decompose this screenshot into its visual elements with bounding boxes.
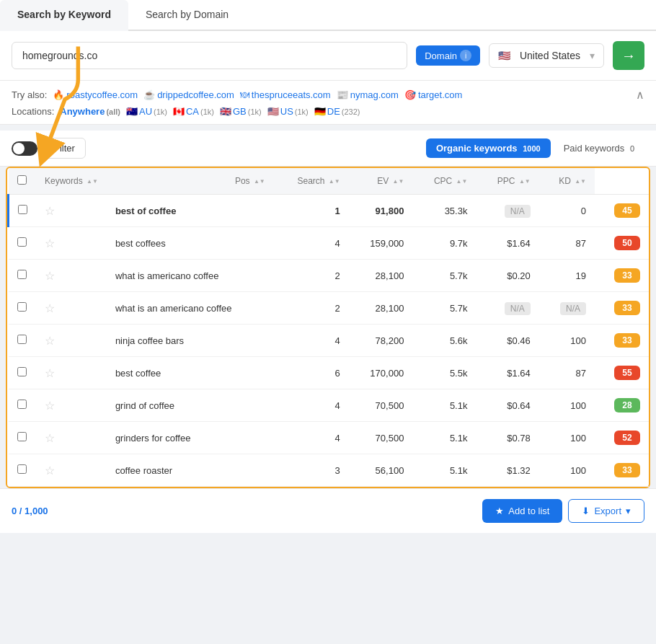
row-pos: 2 bbox=[274, 260, 349, 292]
try-link-nymag[interactable]: 📰 nymag.com bbox=[337, 89, 399, 100]
row-checkbox-cell[interactable] bbox=[9, 195, 37, 227]
row-star[interactable]: ☆ bbox=[36, 260, 107, 292]
row-cpc: $0.46 bbox=[476, 325, 538, 357]
row-ppc: N/A bbox=[539, 292, 595, 325]
kd-badge: 55 bbox=[614, 366, 640, 380]
row-checkbox[interactable] bbox=[17, 335, 27, 344]
row-pos: 3 bbox=[274, 454, 349, 487]
row-star[interactable]: ☆ bbox=[36, 357, 107, 389]
row-ppc: 100 bbox=[539, 454, 595, 487]
row-pos: 4 bbox=[274, 227, 349, 260]
row-cpc: $1.64 bbox=[476, 357, 538, 389]
row-search: 170,000 bbox=[349, 357, 413, 389]
main-container: Search by Keyword Search by Domain Domai… bbox=[0, 0, 656, 644]
row-checkbox[interactable] bbox=[17, 270, 27, 279]
table-body: ☆best of coffee191,80035.3kN/A045☆best c… bbox=[9, 195, 650, 487]
row-kd: 50 bbox=[595, 227, 649, 260]
search-input[interactable] bbox=[12, 42, 407, 69]
row-checkbox-cell[interactable] bbox=[9, 292, 37, 325]
row-kd: 45 bbox=[595, 195, 649, 227]
th-search[interactable]: Search ▲▼ bbox=[274, 168, 349, 195]
row-checkbox[interactable] bbox=[17, 367, 27, 376]
row-kd: 55 bbox=[595, 357, 649, 389]
filter-button[interactable]: Filter bbox=[43, 138, 86, 159]
sort-arrows-ev: ▲▼ bbox=[393, 179, 404, 185]
row-checkbox[interactable] bbox=[17, 432, 27, 441]
row-ev: 5.1k bbox=[412, 389, 476, 422]
row-pos: 1 bbox=[274, 195, 349, 227]
row-search: 159,000 bbox=[349, 227, 413, 260]
row-star[interactable]: ☆ bbox=[36, 454, 107, 487]
row-ev: 5.7k bbox=[412, 260, 476, 292]
sort-arrows-cpc: ▲▼ bbox=[456, 179, 468, 185]
keyword-table: Keywords ▲▼ Pos ▲▼ Search ▲▼ EV ▲▼ bbox=[7, 168, 649, 487]
row-star[interactable]: ☆ bbox=[36, 195, 107, 227]
filter-toggle[interactable] bbox=[12, 141, 37, 156]
row-checkbox-cell[interactable] bbox=[9, 227, 37, 260]
row-cpc: N/A bbox=[476, 292, 538, 325]
row-checkbox[interactable] bbox=[17, 400, 27, 409]
collapse-button[interactable]: ∧ bbox=[636, 88, 644, 102]
keyword-table-wrapper: Keywords ▲▼ Pos ▲▼ Search ▲▼ EV ▲▼ bbox=[6, 167, 650, 488]
row-checkbox-cell[interactable] bbox=[9, 454, 37, 487]
row-kd: 28 bbox=[595, 389, 649, 422]
row-ev: 5.1k bbox=[412, 454, 476, 487]
tab-organic-keywords[interactable]: Organic keywords 1000 bbox=[426, 138, 551, 158]
try-link-drippedcoffee[interactable]: ☕ drippedcoffee.com bbox=[143, 89, 234, 100]
tab-search-by-domain[interactable]: Search by Domain bbox=[128, 0, 246, 31]
keyword-tabs: Organic keywords 1000 Paid keywords 0 bbox=[426, 138, 644, 158]
location-anywhere[interactable]: Anywhere (all) bbox=[60, 106, 120, 117]
row-checkbox[interactable] bbox=[17, 464, 27, 474]
location-us[interactable]: 🇺🇸 US (1k) bbox=[267, 106, 309, 117]
location-de[interactable]: 🇩🇪 DE (232) bbox=[314, 106, 360, 117]
row-checkbox-cell[interactable] bbox=[9, 422, 37, 454]
row-star[interactable]: ☆ bbox=[36, 389, 107, 422]
row-checkbox-cell[interactable] bbox=[9, 357, 37, 389]
try-link-thespruceeats[interactable]: 🍽 thespruceeats.com bbox=[240, 89, 331, 100]
th-cpc[interactable]: CPC ▲▼ bbox=[412, 168, 476, 195]
try-link-roastycoffee[interactable]: 🔥 roastycoffee.com bbox=[53, 89, 138, 100]
row-star[interactable]: ☆ bbox=[36, 325, 107, 357]
location-au[interactable]: 🇦🇺 AU (1k) bbox=[126, 106, 167, 117]
select-all-header[interactable] bbox=[9, 168, 37, 195]
th-ev[interactable]: EV ▲▼ bbox=[349, 168, 413, 195]
country-select[interactable]: 🇺🇸 United States ▾ bbox=[489, 43, 604, 68]
bottom-bar: 0 / 1,000 ★ Add to list ⬇ Export ▾ bbox=[0, 488, 656, 533]
flag-us-icon: 🇺🇸 bbox=[498, 50, 510, 61]
kd-badge: 28 bbox=[614, 398, 640, 413]
row-checkbox[interactable] bbox=[17, 237, 27, 247]
tab-paid-keywords[interactable]: Paid keywords 0 bbox=[554, 138, 644, 158]
th-ppc[interactable]: PPC ▲▼ bbox=[476, 168, 538, 195]
export-button[interactable]: ⬇ Export ▾ bbox=[568, 499, 644, 523]
row-ppc: 87 bbox=[539, 357, 595, 389]
try-link-target[interactable]: 🎯 target.com bbox=[404, 89, 462, 100]
row-ev: 5.1k bbox=[412, 422, 476, 454]
table-row: ☆ninja coffee bars478,2005.6k$0.4610033 bbox=[9, 325, 650, 357]
row-ppc: 19 bbox=[539, 260, 595, 292]
row-kd: 52 bbox=[595, 422, 649, 454]
th-pos[interactable]: Pos ▲▼ bbox=[107, 168, 274, 195]
row-checkbox-cell[interactable] bbox=[9, 389, 37, 422]
domain-badge[interactable]: Domain i bbox=[416, 45, 480, 66]
row-star[interactable]: ☆ bbox=[36, 292, 107, 325]
row-ev: 5.6k bbox=[412, 325, 476, 357]
go-button[interactable]: → bbox=[613, 41, 644, 70]
location-ca[interactable]: 🇨🇦 CA (1k) bbox=[173, 106, 214, 117]
chevron-down-icon: ▾ bbox=[626, 506, 631, 516]
th-kd[interactable]: KD ▲▼ bbox=[539, 168, 595, 195]
row-star[interactable]: ☆ bbox=[36, 422, 107, 454]
row-checkbox-cell[interactable] bbox=[9, 260, 37, 292]
select-all-checkbox[interactable] bbox=[17, 175, 27, 185]
row-checkbox[interactable] bbox=[17, 302, 27, 312]
row-ev: 5.5k bbox=[412, 357, 476, 389]
location-gb[interactable]: 🇬🇧 GB (1k) bbox=[220, 106, 262, 117]
row-checkbox[interactable] bbox=[18, 205, 27, 214]
selected-count: 0 / 1,000 bbox=[12, 506, 48, 516]
tab-search-by-keyword[interactable]: Search by Keyword bbox=[0, 0, 128, 31]
row-checkbox-cell[interactable] bbox=[9, 325, 37, 357]
row-keyword: best of coffee bbox=[107, 195, 274, 227]
add-to-list-button[interactable]: ★ Add to list bbox=[482, 499, 562, 523]
locations-row: Locations: Anywhere (all) 🇦🇺 AU (1k) 🇨🇦 … bbox=[12, 106, 644, 117]
th-keywords[interactable]: Keywords ▲▼ bbox=[36, 168, 107, 195]
row-star[interactable]: ☆ bbox=[36, 227, 107, 260]
